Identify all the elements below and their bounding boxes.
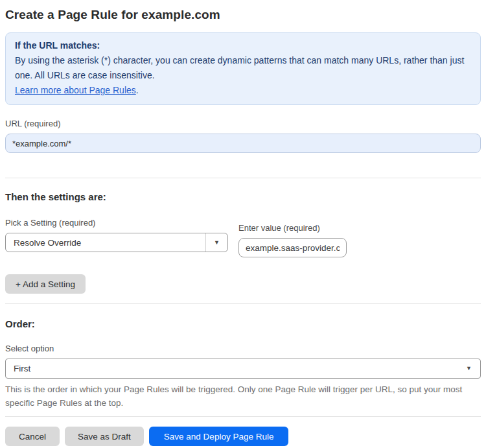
order-select-label: Select option	[5, 344, 481, 353]
url-input[interactable]	[5, 134, 481, 153]
order-select[interactable]: First ▼	[5, 359, 481, 379]
add-setting-button[interactable]: + Add a Setting	[5, 274, 86, 294]
setting-picker-column: Pick a Setting (required) Resolve Overri…	[5, 218, 228, 257]
info-box-heading: If the URL matches:	[15, 38, 471, 53]
cancel-button[interactable]: Cancel	[5, 427, 60, 446]
chevron-down-icon: ▼	[466, 366, 480, 371]
info-box-link-line: Learn more about Page Rules.	[15, 83, 471, 98]
settings-section-heading: Then the settings are:	[5, 191, 481, 202]
chevron-down-icon: ▼	[214, 240, 220, 246]
url-match-info-box: If the URL matches: By using the asteris…	[5, 32, 481, 105]
settings-row: Pick a Setting (required) Resolve Overri…	[5, 218, 481, 257]
page-title: Create a Page Rule for example.com	[5, 8, 481, 22]
order-selected-value: First	[6, 364, 466, 373]
setting-value-column: Enter value (required)	[238, 223, 347, 257]
divider	[5, 303, 481, 304]
form-actions: Cancel Save as Draft Save and Deploy Pag…	[5, 427, 481, 446]
url-field-label: URL (required)	[5, 119, 481, 128]
setting-picker-label: Pick a Setting (required)	[5, 218, 228, 228]
order-help-text: This is the order in which your Page Rul…	[5, 383, 481, 410]
setting-picker-selected-value: Resolve Override	[6, 238, 205, 248]
order-section-heading: Order:	[5, 318, 481, 329]
info-box-body: By using the asterisk (*) character, you…	[15, 53, 471, 83]
save-deploy-button[interactable]: Save and Deploy Page Rule	[149, 427, 289, 446]
page-rule-form: Create a Page Rule for example.com If th…	[0, 8, 486, 446]
link-suffix: .	[136, 85, 139, 95]
setting-picker-arrow-button[interactable]: ▼	[205, 233, 227, 252]
setting-picker-select[interactable]: Resolve Override ▼	[5, 233, 228, 252]
save-draft-button[interactable]: Save as Draft	[65, 427, 144, 446]
divider	[5, 178, 481, 178]
value-field-label: Enter value (required)	[238, 223, 347, 233]
divider	[5, 416, 481, 417]
page-rules-link[interactable]: Learn more about Page Rules	[15, 85, 136, 95]
setting-value-input[interactable]	[238, 238, 347, 257]
